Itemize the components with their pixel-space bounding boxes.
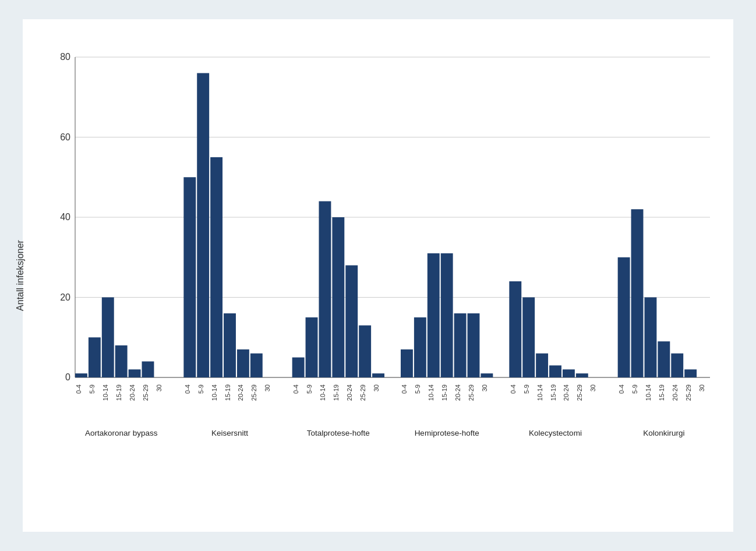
svg-text:15-19: 15-19 [224,384,231,401]
svg-text:0-4: 0-4 [75,384,82,394]
svg-rect-70 [509,281,521,377]
svg-rect-94 [684,369,697,377]
svg-text:25-29: 25-29 [576,384,583,401]
svg-text:0-4: 0-4 [401,384,408,394]
svg-rect-40 [292,358,305,377]
svg-text:Kolecystectomi: Kolecystectomi [529,429,582,437]
svg-text:25-29: 25-29 [685,384,692,401]
svg-text:5-9: 5-9 [197,384,204,394]
svg-text:30: 30 [156,384,162,391]
svg-text:30: 30 [264,384,271,391]
svg-text:15-19: 15-19 [115,384,122,401]
svg-rect-26 [183,177,196,377]
svg-text:20-24: 20-24 [129,384,136,401]
svg-rect-57 [414,317,426,377]
svg-text:Kolonkirurgi: Kolonkirurgi [643,429,684,437]
svg-text:40: 40 [60,212,70,222]
svg-text:25-29: 25-29 [468,384,475,401]
chart-area: 0204060800-45-910-1415-1920-2425-2930Aor… [69,37,716,462]
svg-text:20: 20 [60,292,70,302]
svg-rect-78 [563,369,575,377]
svg-rect-67 [481,373,493,377]
svg-rect-16 [102,298,114,378]
svg-text:5-9: 5-9 [523,384,530,394]
svg-text:0-4: 0-4 [510,384,517,394]
svg-text:20-24: 20-24 [237,384,244,401]
svg-rect-12 [75,373,87,377]
svg-text:0: 0 [65,372,70,382]
svg-rect-20 [129,369,141,377]
svg-text:25-29: 25-29 [250,384,257,401]
svg-text:15-19: 15-19 [333,384,340,401]
svg-rect-48 [345,266,358,378]
svg-text:Totalprotese-hofte: Totalprotese-hofte [307,429,370,437]
svg-rect-42 [306,317,318,377]
svg-rect-74 [536,354,548,377]
svg-text:60: 60 [60,132,70,142]
svg-text:25-29: 25-29 [359,384,366,401]
svg-text:20-24: 20-24 [346,384,353,401]
svg-text:5-9: 5-9 [631,384,638,394]
svg-rect-46 [332,217,344,377]
svg-rect-28 [197,73,209,378]
svg-text:10-14: 10-14 [536,384,543,401]
svg-text:10-14: 10-14 [211,384,218,401]
svg-rect-44 [319,202,331,378]
svg-text:15-19: 15-19 [550,384,557,401]
svg-text:30: 30 [698,384,705,391]
svg-rect-92 [671,354,683,377]
svg-rect-59 [428,253,440,377]
svg-rect-63 [454,313,467,377]
svg-rect-90 [658,341,670,377]
svg-text:Keisersnitt: Keisersnitt [211,429,248,437]
svg-text:30: 30 [589,384,596,391]
svg-rect-30 [210,157,222,377]
svg-text:30: 30 [481,384,488,391]
svg-text:5-9: 5-9 [306,384,313,394]
svg-text:5-9: 5-9 [89,384,96,394]
svg-text:15-19: 15-19 [658,384,665,401]
y-axis-label: Antall infeksjoner [15,240,26,311]
svg-text:25-29: 25-29 [142,384,149,401]
svg-text:10-14: 10-14 [645,384,652,401]
chart-container: Antall infeksjoner 0204060800-45-910-141… [23,19,733,532]
svg-text:5-9: 5-9 [414,384,421,394]
svg-rect-55 [401,349,413,377]
svg-rect-72 [522,298,535,378]
svg-text:80: 80 [60,52,70,62]
svg-text:20-24: 20-24 [563,384,570,401]
svg-rect-65 [468,313,480,377]
bar-chart: 0204060800-45-910-1415-1920-2425-2930Aor… [69,37,716,462]
svg-text:20-24: 20-24 [454,384,461,401]
svg-text:Hemiprotese-hofte: Hemiprotese-hofte [415,429,479,437]
svg-text:0-4: 0-4 [292,384,299,394]
svg-text:30: 30 [373,384,380,391]
svg-rect-86 [631,209,644,377]
svg-text:10-14: 10-14 [428,384,434,401]
svg-rect-80 [576,373,588,377]
svg-text:15-19: 15-19 [441,384,448,401]
svg-text:Aortakoronar bypass: Aortakoronar bypass [85,429,158,437]
svg-rect-18 [115,345,128,377]
svg-text:20-24: 20-24 [672,384,679,401]
svg-rect-84 [618,257,630,377]
svg-text:10-14: 10-14 [319,384,326,401]
svg-rect-61 [441,253,453,377]
svg-rect-32 [224,313,236,377]
svg-rect-52 [372,373,384,377]
svg-text:0-4: 0-4 [184,384,191,394]
svg-rect-14 [89,337,101,377]
svg-rect-22 [142,362,154,378]
svg-rect-76 [549,365,561,377]
svg-text:0-4: 0-4 [618,384,625,394]
svg-rect-34 [237,349,249,377]
svg-rect-50 [359,326,371,377]
svg-rect-88 [644,298,656,378]
svg-text:10-14: 10-14 [102,384,109,401]
svg-rect-36 [250,354,263,377]
